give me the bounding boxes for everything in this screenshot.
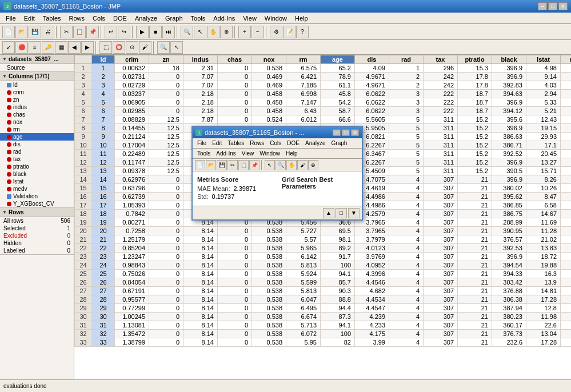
column-item-nox[interactable]: nox <box>0 118 74 126</box>
col-header-[interactable] <box>75 55 92 64</box>
log-btn[interactable]: 📝 <box>283 26 296 38</box>
table-row[interactable]: 19190.8027108.1400.5385.45636.63.7965430… <box>75 218 572 227</box>
column-item-medv[interactable]: medv <box>0 185 74 193</box>
col-header-black[interactable]: black <box>492 55 526 64</box>
menu-graph[interactable]: Graph <box>162 14 186 22</box>
table-row[interactable]: 21211.2517908.1400.5385.5798.13.79794307… <box>75 235 572 244</box>
columns-header[interactable]: ▼ Columns (17/1) <box>0 72 74 81</box>
hand-btn[interactable]: ✋ <box>207 26 219 38</box>
table-row[interactable]: 880.1445512.57.8700.5246.17296.15.950553… <box>75 124 572 133</box>
table-row[interactable]: 29290.7729908.1400.5386.49594.44.4547430… <box>75 304 572 313</box>
maximize-btn[interactable]: □ <box>548 2 557 10</box>
table-row[interactable]: 20200.725808.1400.5385.72769.53.79654307… <box>75 227 572 235</box>
column-item-lstat[interactable]: lstat <box>0 178 74 185</box>
help-icon-btn[interactable]: ? <box>296 26 309 38</box>
menu-addins[interactable]: Add-Ins <box>210 14 238 22</box>
tb2-btn7[interactable]: ▶ <box>81 41 94 54</box>
col-header-crim[interactable]: crim <box>115 55 149 64</box>
column-item-rm[interactable]: rm <box>0 126 74 133</box>
column-item-zn[interactable]: zn <box>0 96 74 103</box>
column-item-Validation[interactable]: Validation <box>0 193 74 200</box>
column-item-dis[interactable]: dis <box>0 141 74 148</box>
menu-help[interactable]: Help <box>292 14 312 22</box>
column-item-rad[interactable]: rad <box>0 148 74 155</box>
table-row[interactable]: 13130.0937812.57.8700.5245.889395.450953… <box>75 167 572 175</box>
new-btn[interactable]: 📄 <box>2 26 15 38</box>
table-row[interactable]: 990.2112412.57.8700.5245.6311006.0821531… <box>75 133 572 141</box>
col-header-nox[interactable]: nox <box>252 55 286 64</box>
rows-header[interactable]: ▼ Rows <box>0 208 74 217</box>
del-row-btn[interactable]: − <box>251 26 264 38</box>
menu-tools[interactable]: Tools <box>187 14 209 22</box>
table-row[interactable]: 31311.1308108.1400.5385.71394.14.2334307… <box>75 321 572 330</box>
column-item-chas[interactable]: chas <box>0 111 74 118</box>
table-row[interactable]: 11110.2248912.57.8700.5246.37794.36.3467… <box>75 150 572 158</box>
col-header-age[interactable]: age <box>321 55 355 64</box>
column-item-age[interactable]: age <box>0 133 74 141</box>
table-row[interactable]: 30301.0024508.1400.5386.67487.34.2394307… <box>75 313 572 321</box>
column-item-black[interactable]: black <box>0 170 74 178</box>
table-row[interactable]: 15150.6379608.1400.5386.09684.54.4619430… <box>75 184 572 193</box>
tb2-btn6[interactable]: ◀ <box>68 41 81 54</box>
col-header-rm[interactable]: rm <box>286 55 321 64</box>
table-row[interactable]: 33331.3879908.1400.5385.95823.9943072123… <box>75 338 572 347</box>
table-row[interactable]: 330.0272907.0700.4697.18561.14.967122421… <box>75 81 572 90</box>
table-row[interactable]: 27270.6719108.1400.5385.81390.34.6824307… <box>75 287 572 295</box>
col-header-dis[interactable]: dis <box>355 55 389 64</box>
table-row[interactable]: 10100.1700412.57.8700.5246.00482.96.2267… <box>75 141 572 150</box>
col-header-ld[interactable]: ld <box>92 55 115 64</box>
table-row[interactable]: 440.0323702.1800.4586.99845.86.062232221… <box>75 90 572 98</box>
table-row[interactable]: 18180.784208.1400.5385.9981.74.257943072… <box>75 210 572 218</box>
redo-btn[interactable]: ↪ <box>118 26 130 38</box>
tb2-lasso[interactable]: ⭕ <box>113 41 125 54</box>
menu-doe[interactable]: DOE <box>110 14 130 22</box>
table-row[interactable]: 28280.9557708.1400.5386.04788.84.4534430… <box>75 295 572 304</box>
column-item-ld[interactable]: ld <box>0 81 74 89</box>
close-btn[interactable]: ✕ <box>558 2 568 10</box>
table-row[interactable]: 32321.3547208.1400.5386.0721004.17543072… <box>75 330 572 338</box>
column-item-crim[interactable]: crim <box>0 89 74 96</box>
tb2-select[interactable]: ⬚ <box>99 41 112 54</box>
table-row[interactable]: 12120.1174712.57.8700.5246.00982.96.2267… <box>75 158 572 167</box>
minimize-btn[interactable]: ─ <box>538 2 547 10</box>
table-row[interactable]: 770.0882912.57.8700.5246.01266.65.560553… <box>75 115 572 124</box>
col-header-medv[interactable]: medv <box>561 55 572 64</box>
tb2-btn1[interactable]: ↙ <box>2 41 15 54</box>
menu-analyze[interactable]: Analyze <box>131 14 161 22</box>
table-row[interactable]: 110.00632182.3100.5386.57565.24.09129615… <box>75 64 572 73</box>
col-header-chas[interactable]: chas <box>218 55 252 64</box>
menu-file[interactable]: File <box>2 14 19 22</box>
zoom-in-btn[interactable]: 🔍 <box>181 26 193 38</box>
paste-btn[interactable]: 📌 <box>86 26 99 38</box>
table-row[interactable]: 23231.2324708.1400.5386.14291.73.9769430… <box>75 253 572 261</box>
menu-cols[interactable]: Cols <box>89 14 109 22</box>
select-btn[interactable]: ↖ <box>194 26 206 38</box>
table-row[interactable]: 26260.8405408.1400.5385.59985.74.4546430… <box>75 278 572 287</box>
script-btn[interactable]: ⚙ <box>270 26 282 38</box>
tb2-zoom[interactable]: 🔍 <box>157 41 170 54</box>
menu-rows[interactable]: Rows <box>66 14 89 22</box>
tb2-btn3[interactable]: ≡ <box>29 41 41 54</box>
menu-tables[interactable]: Tables <box>39 14 65 22</box>
save-btn[interactable]: 💾 <box>29 26 41 38</box>
table-row[interactable]: 14140.6297608.1400.5385.94961.84.7075430… <box>75 175 572 184</box>
col-header-zn[interactable]: zn <box>149 55 183 64</box>
table-row[interactable]: 22220.8520408.1400.5385.96589.24.0123430… <box>75 244 572 253</box>
step-btn[interactable]: ⏭ <box>162 26 175 38</box>
run-btn[interactable]: ▶ <box>136 26 149 38</box>
table-row[interactable]: 660.0298502.1800.4586.4358.76.0622322218… <box>75 107 572 115</box>
tb2-brush[interactable]: 🖌 <box>139 41 151 54</box>
undo-btn[interactable]: ↩ <box>105 26 117 38</box>
table-row[interactable]: 16160.6273908.1400.5385.83456.54.4986430… <box>75 193 572 201</box>
menu-view[interactable]: View <box>239 14 260 22</box>
print-btn[interactable]: 🖨 <box>42 26 54 38</box>
col-header-rad[interactable]: rad <box>389 55 424 64</box>
dataset-header[interactable]: ▼ datasets_35807_... <box>0 55 74 64</box>
column-item-Y_XGBoost_CV[interactable]: Y_XGBoost_CV <box>0 200 74 207</box>
col-header-indus[interactable]: indus <box>183 55 218 64</box>
table-row[interactable]: 24240.9884308.1400.5385.8131004.09524307… <box>75 261 572 270</box>
menu-window[interactable]: Window <box>261 14 290 22</box>
copy-btn[interactable]: 📋 <box>73 26 86 38</box>
add-row-btn[interactable]: + <box>238 26 251 38</box>
tb2-point[interactable]: ⊙ <box>126 41 138 54</box>
